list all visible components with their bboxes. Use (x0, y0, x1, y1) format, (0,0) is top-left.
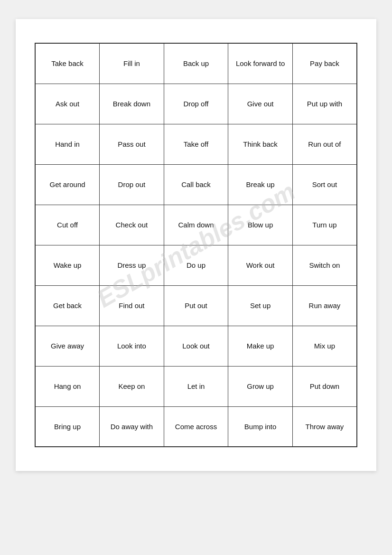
table-cell: Take back (35, 43, 100, 84)
table-cell: Look out (164, 326, 228, 366)
table-cell: Throw away (292, 406, 357, 447)
table-row: Get aroundDrop outCall backBreak upSort … (35, 164, 357, 205)
table-cell: Get around (35, 164, 100, 205)
table-cell: Look forward to (228, 43, 293, 84)
table-cell: Come across (164, 406, 228, 447)
table-cell: Hand in (35, 124, 100, 164)
table-cell: Ask out (35, 84, 100, 124)
table-cell: Keep on (100, 366, 164, 406)
table-cell: Work out (228, 245, 293, 285)
table-cell: Drop off (164, 84, 228, 124)
table-cell: Calm down (164, 205, 228, 245)
table-cell: Switch on (292, 245, 357, 285)
table-cell: Put down (292, 366, 357, 406)
table-row: Cut offCheck outCalm downBlow upTurn up (35, 205, 357, 245)
table-cell: Break down (100, 84, 164, 124)
table-cell: Cut off (35, 205, 100, 245)
table-cell: Set up (228, 285, 293, 326)
table-cell: Hang on (35, 366, 100, 406)
table-cell: Pay back (292, 43, 357, 84)
table-row: Hang onKeep onLet inGrow upPut down (35, 366, 357, 406)
table-cell: Call back (164, 164, 228, 205)
table-row: Bring upDo away withCome acrossBump into… (35, 406, 357, 447)
table-cell: Wake up (35, 245, 100, 285)
table-cell: Back up (164, 43, 228, 84)
table-cell: Give away (35, 326, 100, 366)
table-cell: Grow up (228, 366, 293, 406)
table-cell: Do up (164, 245, 228, 285)
table-cell: Sort out (292, 164, 357, 205)
table-cell: Bring up (35, 406, 100, 447)
table-row: Give awayLook intoLook outMake upMix up (35, 326, 357, 366)
table-cell: Put up with (292, 84, 357, 124)
page: ESLprintables.com Take backFill inBack u… (16, 19, 376, 471)
table-cell: Think back (228, 124, 293, 164)
table-cell: Pass out (100, 124, 164, 164)
table-cell: Drop out (100, 164, 164, 205)
table-cell: Dress up (100, 245, 164, 285)
table-cell: Check out (100, 205, 164, 245)
table-cell: Blow up (228, 205, 293, 245)
table-cell: Let in (164, 366, 228, 406)
table-cell: Put out (164, 285, 228, 326)
table-row: Hand inPass outTake offThink backRun out… (35, 124, 357, 164)
table-row: Take backFill inBack upLook forward toPa… (35, 43, 357, 84)
table-cell: Break up (228, 164, 293, 205)
table-cell: Fill in (100, 43, 164, 84)
table-cell: Take off (164, 124, 228, 164)
table-cell: Run out of (292, 124, 357, 164)
table-cell: Mix up (292, 326, 357, 366)
table-cell: Find out (100, 285, 164, 326)
table-cell: Look into (100, 326, 164, 366)
phrasal-verbs-table: Take backFill inBack upLook forward toPa… (35, 43, 357, 447)
table-row: Get backFind outPut outSet upRun away (35, 285, 357, 326)
table-row: Ask outBreak downDrop offGive outPut up … (35, 84, 357, 124)
table-row: Wake upDress upDo upWork outSwitch on (35, 245, 357, 285)
table-cell: Give out (228, 84, 293, 124)
table-cell: Bump into (228, 406, 293, 447)
table-cell: Get back (35, 285, 100, 326)
table-cell: Do away with (100, 406, 164, 447)
table-cell: Turn up (292, 205, 357, 245)
table-cell: Run away (292, 285, 357, 326)
table-cell: Make up (228, 326, 293, 366)
